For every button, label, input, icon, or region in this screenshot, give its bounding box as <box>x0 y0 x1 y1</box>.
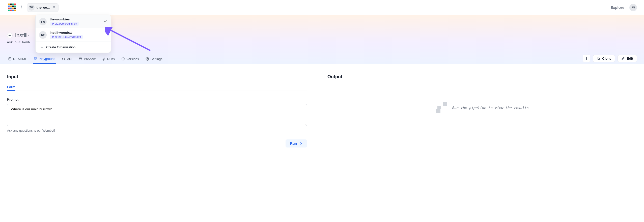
output-title: Output <box>327 74 637 80</box>
tab-label: Versions <box>126 57 139 61</box>
tab-preview[interactable]: Preview <box>78 56 96 63</box>
topbar: / TW the-wo… Explore IW TW the-wombies 2… <box>0 0 644 15</box>
explore-link[interactable]: Explore <box>610 5 624 10</box>
logo[interactable] <box>7 3 16 12</box>
create-org-label: Create Organization <box>46 45 75 49</box>
breadcrumb-separator: / <box>21 5 22 10</box>
svg-rect-6 <box>36 57 37 58</box>
input-title: Input <box>7 74 307 80</box>
org-item-avatar: TW <box>39 18 47 25</box>
org-avatar: TW <box>29 5 35 11</box>
org-switcher-chip[interactable]: TW the-wo… <box>27 3 59 12</box>
svg-point-11 <box>147 58 148 59</box>
tab-api[interactable]: API <box>61 56 73 63</box>
chevron-updown-icon <box>52 5 56 10</box>
tab-settings[interactable]: Settings <box>145 56 163 63</box>
user-avatar[interactable]: IW <box>629 4 637 11</box>
form-tab[interactable]: Form <box>7 85 15 91</box>
check-icon <box>103 19 107 24</box>
svg-rect-8 <box>36 59 37 60</box>
svg-rect-7 <box>34 59 35 60</box>
run-label: Run <box>290 141 297 145</box>
svg-point-12 <box>586 57 587 58</box>
credits-badge: 20,000 credits left <box>50 22 79 26</box>
run-button[interactable]: Run <box>286 139 307 147</box>
create-organization-button[interactable]: Create Organization <box>36 42 111 53</box>
tab-runs[interactable]: Runs <box>101 56 116 63</box>
svg-rect-9 <box>79 58 82 60</box>
org-switcher-dropdown: TW the-wombies 20,000 credits left IW in… <box>35 15 111 53</box>
owner-avatar: IW <box>7 33 13 38</box>
pipeline-tabs: README Playground API Preview Runs Versi… <box>7 55 637 64</box>
credits-text: 9,998.943 credits left <box>55 35 81 39</box>
more-menu-button[interactable] <box>583 55 590 62</box>
output-empty-text: Run the pipeline to view the results <box>452 106 528 110</box>
clone-label: Clone <box>602 57 611 60</box>
tab-label: Runs <box>107 57 115 61</box>
playground: Input Form Prompt Ask any questions to o… <box>0 64 644 168</box>
output-panel: Output Run the pipeline to view the resu… <box>327 74 637 147</box>
svg-rect-15 <box>598 58 600 60</box>
svg-point-14 <box>586 59 587 60</box>
prompt-input[interactable] <box>7 104 307 126</box>
tab-label: Preview <box>84 57 95 61</box>
input-panel: Input Form Prompt Ask any questions to o… <box>7 74 317 147</box>
pipeline-name: instill- <box>15 32 29 39</box>
tab-label: Playground <box>39 57 55 61</box>
credits-badge: 9,998.943 credits left <box>50 35 83 39</box>
credits-text: 20,000 credits left <box>55 22 77 25</box>
output-empty-state: Run the pipeline to view the results <box>327 85 637 130</box>
edit-label: Edit <box>627 57 633 60</box>
tab-readme[interactable]: README <box>7 56 28 63</box>
org-item-the-wombies[interactable]: TW the-wombies 20,000 credits left <box>36 15 111 28</box>
tab-playground[interactable]: Playground <box>33 55 57 64</box>
prompt-helper: Ask any questions to our Wombot! <box>7 129 307 132</box>
tab-versions[interactable]: Versions <box>120 56 140 63</box>
org-switcher-name: the-wo… <box>37 6 50 9</box>
prompt-label: Prompt <box>7 97 307 101</box>
tab-label: API <box>67 57 72 61</box>
org-item-instill-wombat[interactable]: IW instill-wombat 9,998.943 credits left <box>36 28 111 42</box>
tab-label: Settings <box>151 57 162 61</box>
svg-point-13 <box>586 58 587 59</box>
tab-label: README <box>13 57 27 61</box>
svg-rect-5 <box>34 57 35 58</box>
clone-button[interactable]: Clone <box>593 55 615 62</box>
org-item-avatar: IW <box>39 31 47 39</box>
org-item-name: instill-wombat <box>50 31 107 34</box>
empty-state-icon <box>436 102 447 113</box>
edit-button[interactable]: Edit <box>618 55 637 62</box>
org-item-name: the-wombies <box>50 17 100 21</box>
